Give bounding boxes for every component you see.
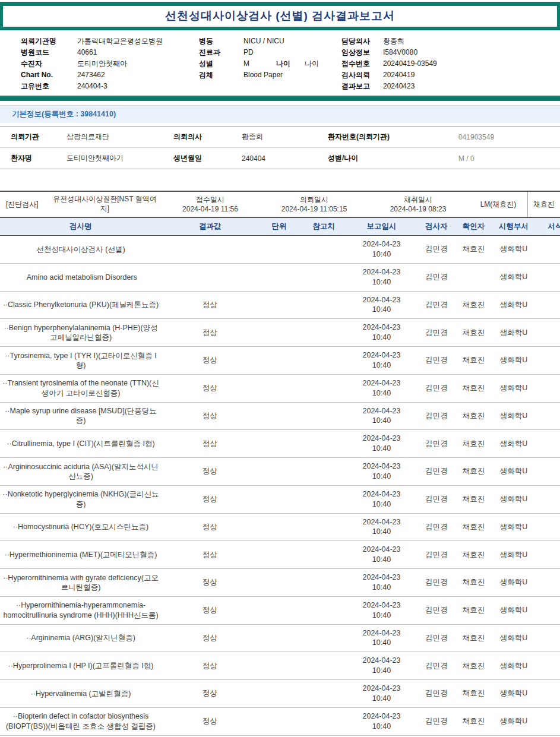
table-row: ··Hypervalinemia (고발린혈증) 정상 2024-04-23 1… <box>0 680 560 708</box>
receipt-datetime: 접수일시 2024-04-19 11:56 <box>159 195 261 214</box>
confirmer: 채효진 <box>457 596 490 624</box>
field-label: 임상정보 <box>341 47 383 58</box>
test-unit <box>258 624 300 652</box>
test-unit <box>258 680 300 708</box>
tester: 김민경 <box>416 347 457 375</box>
table-row: ··Transient tyrosinemia of the neonate (… <box>0 374 560 402</box>
report-datetime: 2024-04-23 10:40 <box>347 513 416 541</box>
field-sex-age: 성별 M 나이 나이 <box>199 58 341 69</box>
report-time: 10:40 <box>349 305 415 315</box>
field-label: 환자명 <box>0 153 67 163</box>
test-result: 정상 <box>162 652 258 680</box>
results-table: 검사명 결과값 단위 참고치 보고일시 검사자 확인자 시행부서 서식 선천성대… <box>0 217 560 736</box>
collect-label: 채취일시 <box>367 195 469 204</box>
tester: 김민경 <box>416 402 457 430</box>
report-datetime: 2024-04-23 10:40 <box>347 569 416 597</box>
field-label: 결과보고 <box>341 81 383 92</box>
table-row: ··Maple syrup urine disease [MSUD](단풍당뇨증… <box>0 402 560 430</box>
report-date: 2024-04-23 <box>349 461 415 472</box>
test-reference <box>300 347 347 375</box>
tester: 김민경 <box>416 319 457 347</box>
test-name: ··Nonketotic hyperglycinemia (NKHG)(글리신뇨… <box>0 485 162 513</box>
test-unit <box>258 319 300 347</box>
form-cell <box>537 569 560 597</box>
tester: 김민경 <box>416 624 457 652</box>
test-reference <box>300 374 347 402</box>
request-label: 의뢰일시 <box>261 195 367 204</box>
confirmer: 채효진 <box>457 680 490 708</box>
test-unit <box>258 430 300 458</box>
field-clinical-info: 임상정보 I584V0080 <box>341 47 560 58</box>
table-row: ··Classic Phenylketonuria (PKU)(페닐케톤뇨증) … <box>0 291 560 319</box>
patient-header: 의뢰기관명 가톨릭대학교은평성모병원 병원코드 40661 수진자 도티미안첫째… <box>0 30 560 96</box>
field-label: 환자번호(의뢰기관) <box>328 132 458 142</box>
field-label: 의뢰의사 <box>173 132 242 142</box>
age-label: 나이 <box>276 58 305 69</box>
test-result: 정상 <box>162 458 258 486</box>
field-requesting-org: 의뢰기관명 가톨릭대학교은평성모병원 <box>21 36 199 47</box>
confirmer: 채효진 <box>457 485 490 513</box>
report-time: 10:40 <box>349 638 415 648</box>
report-date: 2024-04-23 <box>349 239 415 249</box>
test-unit <box>258 513 300 541</box>
confirmer: 채효진 <box>457 624 490 652</box>
tester: 김민경 <box>416 707 457 735</box>
field-label: 담당의사 <box>341 36 383 47</box>
form-cell <box>537 707 560 735</box>
report-time: 10:40 <box>349 666 415 676</box>
report-date: 2024-04-23 <box>349 350 415 360</box>
field-label: 병원코드 <box>21 47 77 58</box>
test-name: Amino acid metabolism Disorders <box>0 263 162 291</box>
col-header-reference: 참고치 <box>300 218 347 236</box>
dept: 생화학U <box>490 680 537 708</box>
dept: 생화학U <box>490 513 537 541</box>
tester: 김민경 <box>416 485 457 513</box>
test-result: 정상 <box>162 485 258 513</box>
field-value: 20240419-03549 <box>383 58 437 69</box>
confirmer: 채효진 <box>457 291 490 319</box>
test-name: ··Benign hyperphenylalaninemia (H-PHE)(양… <box>0 319 162 347</box>
test-reference <box>300 596 347 624</box>
confirmer <box>457 263 490 291</box>
report-date: 2024-04-23 <box>349 434 415 444</box>
field-department: 진료과 PD <box>199 47 341 58</box>
test-result: 정상 <box>162 569 258 597</box>
confirmer: 채효진 <box>457 569 490 597</box>
report-time: 10:40 <box>349 555 415 565</box>
report-time: 10:40 <box>349 722 415 732</box>
basic-info-row: 의뢰기관 삼광의료재단 의뢰의사 황종희 환자번호(의뢰기관) 04190354… <box>0 126 560 147</box>
test-unit <box>258 569 300 597</box>
report-time: 10:40 <box>349 249 415 260</box>
field-request-date: 검사의뢰 20240419 <box>341 69 560 81</box>
field-value: 240404-3 <box>77 81 107 92</box>
test-reference <box>300 680 347 708</box>
test-reference <box>300 707 347 735</box>
form-cell <box>537 485 560 513</box>
form-cell <box>537 680 560 708</box>
form-cell <box>537 236 560 264</box>
test-unit <box>258 236 300 264</box>
test-reference <box>300 624 347 652</box>
test-name: ··Hyperprolinemia I (HP I)(고프롤린혈증 I형) <box>0 652 162 680</box>
field-label: 의뢰기관 <box>0 132 67 142</box>
field-value: 황종희 <box>383 36 404 47</box>
field-unique-no: 고유번호 240404-3 <box>21 81 199 92</box>
field-label: 수진자 <box>21 58 77 69</box>
table-row: ··Nonketotic hyperglycinemia (NKHG)(글리신뇨… <box>0 485 560 513</box>
field-label: 생년월일 <box>173 153 242 163</box>
field-value: 20240423 <box>383 81 415 92</box>
report-time: 10:40 <box>349 360 415 371</box>
test-name: ··Hyperornithinemia with gyrate deficien… <box>0 569 162 597</box>
table-row: ··Hyperornithinemia-hyperammonemia-homoc… <box>0 596 560 624</box>
confirmer: 채효진 <box>457 374 490 402</box>
confirmer: 채효진 <box>457 707 490 735</box>
test-result: 정상 <box>162 319 258 347</box>
dept: 생화학U <box>490 569 537 597</box>
confirmer: 채효진 <box>457 236 490 264</box>
report-date: 2024-04-23 <box>349 322 415 333</box>
test-result: 정상 <box>162 347 258 375</box>
field-value: 40661 <box>77 47 97 58</box>
test-reference <box>300 652 347 680</box>
field-label: 진료과 <box>199 47 243 58</box>
diagnosis-confirmer: 채효진 <box>527 192 560 217</box>
